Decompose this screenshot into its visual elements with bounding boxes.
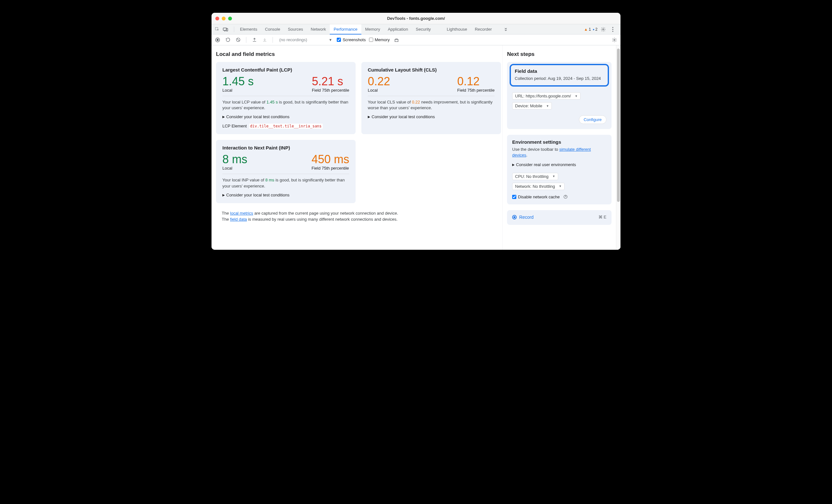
lcp-consider-disclosure[interactable]: Consider your local test conditions (223, 114, 349, 119)
field-data-link[interactable]: field data (230, 217, 247, 222)
lcp-element-label: LCP Element (223, 124, 246, 128)
memory-checkbox[interactable]: Memory (369, 37, 390, 42)
environment-card: Environment settings Use the device tool… (507, 135, 612, 204)
settings-icon[interactable] (599, 26, 607, 33)
record-icon[interactable] (214, 36, 221, 44)
svg-rect-2 (226, 28, 228, 31)
disable-cache-label: Disable network cache (518, 194, 560, 199)
kebab-menu-icon[interactable] (609, 26, 617, 33)
url-select[interactable]: URL: https://fonts.google.com/▼ (512, 92, 580, 100)
upload-icon[interactable] (251, 36, 258, 44)
scrollbar-thumb[interactable] (617, 49, 620, 202)
cls-field-label: Field 75th percentile (457, 88, 495, 92)
consider-environments-disclosure[interactable]: Consider real user environments (512, 162, 606, 167)
device-select[interactable]: Device: Mobile▼ (512, 102, 552, 110)
window-title: DevTools - fonts.google.com/ (211, 16, 621, 21)
svg-rect-1 (223, 28, 227, 30)
tab-elements[interactable]: Elements (236, 24, 261, 34)
warnings-count: 1 (589, 27, 591, 32)
lcp-local-value: 1.45 s (223, 75, 254, 88)
inp-consider-disclosure[interactable]: Consider your local test conditions (223, 193, 349, 197)
inp-card: Interaction to Next Paint (INP) 8 ms Loc… (216, 140, 356, 203)
help-icon[interactable] (563, 194, 568, 199)
local-metrics-link[interactable]: local metrics (230, 211, 253, 216)
lcp-card: Largest Contentful Paint (LCP) 1.45 s Lo… (216, 62, 356, 134)
cpu-throttle-select[interactable]: CPU: No throttling▼ (512, 173, 558, 180)
screenshots-label: Screenshots (342, 37, 365, 42)
svg-point-3 (603, 29, 604, 30)
garbage-collect-icon[interactable] (393, 36, 400, 44)
device-toolbar-icon[interactable] (222, 26, 229, 33)
dropdown-caret-icon: ▼ (559, 185, 562, 188)
window-minimize-button[interactable] (222, 17, 226, 21)
tab-recorder[interactable]: Recorder (471, 24, 496, 34)
separator (246, 37, 246, 43)
more-tabs-icon[interactable] (502, 26, 510, 33)
svg-point-4 (612, 27, 613, 28)
devtools-tabbar: Elements Console Sources Network Perform… (211, 24, 621, 34)
inp-field-label: Field 75th percentile (312, 166, 349, 170)
screenshots-checkbox-input[interactable] (337, 38, 341, 42)
network-throttle-select[interactable]: Network: No throttling▼ (512, 183, 565, 190)
inspect-element-icon[interactable] (213, 26, 221, 33)
separator (272, 37, 273, 43)
tab-sources[interactable]: Sources (284, 24, 307, 34)
content-area: Local and field metrics Largest Contentf… (211, 45, 621, 250)
inp-title: Interaction to Next Paint (INP) (223, 145, 349, 151)
lcp-element-selector[interactable]: div.tile__text.tile__inria_sans (249, 124, 323, 129)
record-card: Record ⌘ E (507, 210, 612, 225)
svg-point-6 (612, 31, 613, 32)
cls-title: Cumulative Layout Shift (CLS) (368, 67, 495, 73)
messages-badge[interactable]: ▪ 2 (593, 27, 597, 32)
warning-icon: ▲ (584, 27, 588, 32)
clear-icon[interactable] (235, 36, 241, 44)
tab-application[interactable]: Application (384, 24, 412, 34)
separator (234, 27, 234, 32)
dropdown-caret-icon: ▾ (330, 37, 332, 42)
tab-security[interactable]: Security (412, 24, 435, 34)
reload-record-icon[interactable] (224, 36, 231, 44)
svg-point-8 (217, 38, 218, 41)
record-label: Record (519, 215, 534, 220)
cls-consider-disclosure[interactable]: Consider your local test conditions (368, 114, 495, 119)
inp-field-value: 450 ms (312, 153, 349, 166)
sidebar-panel: Next steps Field data Collection period:… (502, 45, 616, 250)
tab-performance[interactable]: Performance (330, 24, 361, 34)
window-close-button[interactable] (215, 17, 219, 21)
lcp-field-value: 5.21 s (312, 75, 349, 88)
svg-point-10 (614, 39, 615, 41)
inp-local-value: 8 ms (223, 153, 247, 166)
inp-description: Your local INP value of 8 ms is good, bu… (223, 177, 349, 189)
performance-toolbar: (no recordings) ▾ Screenshots Memory (211, 34, 621, 45)
memory-checkbox-input[interactable] (369, 38, 373, 42)
titlebar: DevTools - fonts.google.com/ (211, 13, 621, 24)
configure-button[interactable]: Configure (579, 115, 606, 124)
download-icon (261, 36, 268, 44)
cls-description: Your local CLS value of 0.22 needs impro… (368, 99, 495, 111)
main-heading: Local and field metrics (216, 51, 501, 57)
scrollbar[interactable] (616, 45, 621, 250)
lcp-title: Largest Contentful Paint (LCP) (223, 67, 349, 73)
record-button[interactable]: Record (512, 215, 534, 220)
tab-lighthouse[interactable]: Lighthouse (443, 24, 471, 34)
environment-text: Use the device toolbar to simulate diffe… (512, 147, 606, 158)
disable-cache-input[interactable] (512, 195, 516, 199)
recordings-dropdown[interactable]: (no recordings) ▾ (277, 37, 334, 43)
svg-point-5 (612, 29, 613, 30)
cls-local-label: Local (368, 88, 390, 92)
dropdown-caret-icon: ▼ (552, 175, 555, 178)
devtools-window: DevTools - fonts.google.com/ Elements Co… (211, 13, 621, 250)
tab-console[interactable]: Console (261, 24, 284, 34)
window-maximize-button[interactable] (228, 17, 232, 21)
cls-card: Cumulative Layout Shift (CLS) 0.22 Local… (361, 62, 501, 134)
screenshots-checkbox[interactable]: Screenshots (337, 37, 365, 42)
tab-memory[interactable]: Memory (361, 24, 384, 34)
warnings-badge[interactable]: ▲ 1 (584, 27, 591, 32)
disable-cache-checkbox[interactable]: Disable network cache (512, 194, 606, 199)
tab-network[interactable]: Network (307, 24, 330, 34)
panel-settings-icon[interactable] (611, 36, 618, 44)
field-data-period: Collection period: Aug 19, 2024 - Sep 15… (515, 76, 604, 81)
message-icon: ▪ (593, 27, 594, 32)
dropdown-caret-icon: ▼ (546, 104, 549, 108)
field-data-highlight: Field data Collection period: Aug 19, 20… (510, 64, 609, 86)
